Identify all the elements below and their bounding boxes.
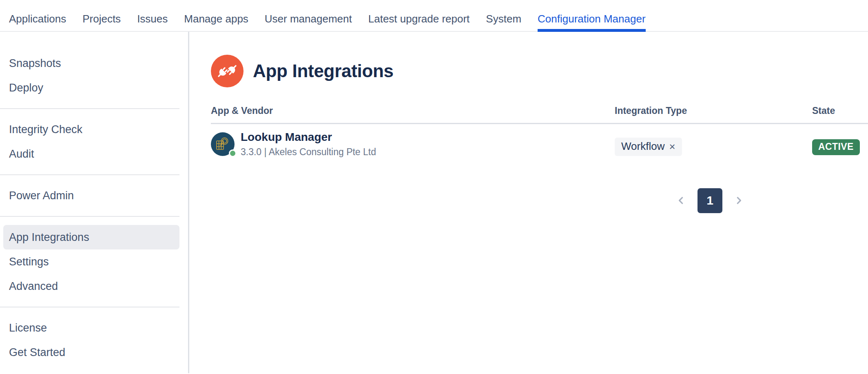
nav-item-applications[interactable]: Applications [9, 7, 66, 31]
nav-item-latest-upgrade-report[interactable]: Latest upgrade report [368, 7, 470, 31]
app-vendor-cell: Lookup Manager 3.3.0 | Akeles Consulting… [211, 131, 615, 158]
page-title: App Integrations [253, 61, 394, 81]
lookup-manager-app-icon [211, 132, 235, 156]
pagination: 1 [673, 188, 747, 213]
nav-item-configuration-manager[interactable]: Configuration Manager [538, 7, 646, 31]
sidebar-item-advanced[interactable]: Advanced [3, 274, 179, 298]
plug-icon [211, 55, 244, 87]
sidebar-item-audit[interactable]: Audit [3, 142, 179, 166]
sidebar-item-snapshots[interactable]: Snapshots [3, 51, 179, 76]
sidebar-divider [0, 307, 179, 307]
chevron-left-icon [676, 195, 686, 206]
column-header-integration-type: Integration Type [615, 105, 812, 123]
sidebar: Snapshots Deploy Integrity Check Audit P… [0, 32, 189, 373]
sidebar-item-deploy[interactable]: Deploy [3, 76, 179, 100]
remove-tag-icon[interactable]: × [669, 141, 675, 152]
nav-item-issues[interactable]: Issues [137, 7, 168, 31]
sidebar-item-get-started[interactable]: Get Started [3, 340, 179, 365]
app-name: Lookup Manager [241, 131, 376, 144]
app-text: Lookup Manager 3.3.0 | Akeles Consulting… [241, 131, 376, 158]
state-cell: ACTIVE [812, 131, 868, 155]
sidebar-item-settings[interactable]: Settings [3, 249, 179, 274]
online-status-dot [229, 149, 237, 157]
chevron-right-icon [733, 195, 744, 206]
nav-item-user-management[interactable]: User management [265, 7, 352, 31]
previous-page-button[interactable] [673, 192, 689, 209]
current-page-button[interactable]: 1 [698, 188, 722, 213]
sidebar-item-integrity-check[interactable]: Integrity Check [3, 117, 179, 142]
top-navigation: Applications Projects Issues Manage apps… [0, 0, 868, 32]
sidebar-divider [0, 174, 179, 175]
next-page-button[interactable] [731, 192, 747, 209]
integration-tag-workflow[interactable]: Workflow × [615, 138, 682, 156]
tag-label: Workflow [621, 140, 664, 153]
table-header-row: App & Vendor Integration Type State [211, 105, 868, 124]
main-content: App Integrations App & Vendor Integratio… [189, 32, 868, 373]
sidebar-item-app-integrations[interactable]: App Integrations [3, 225, 179, 249]
app-version-vendor: 3.3.0 | Akeles Consulting Pte Ltd [241, 147, 376, 158]
sidebar-divider [0, 216, 179, 217]
sidebar-item-license[interactable]: License [3, 316, 179, 340]
column-header-state: State [812, 105, 868, 123]
integration-type-cell: Workflow × [615, 131, 812, 156]
sidebar-divider [0, 108, 179, 109]
configuration-manager-window: Applications Projects Issues Manage apps… [0, 0, 868, 374]
nav-item-system[interactable]: System [486, 7, 521, 31]
page-header: App Integrations [211, 55, 868, 87]
integrations-table: App & Vendor Integration Type State [211, 105, 868, 168]
nav-item-manage-apps[interactable]: Manage apps [184, 7, 248, 31]
table-row[interactable]: Lookup Manager 3.3.0 | Akeles Consulting… [211, 124, 868, 168]
sidebar-item-power-admin[interactable]: Power Admin [3, 183, 179, 208]
status-badge: ACTIVE [812, 139, 860, 155]
column-header-app-vendor: App & Vendor [211, 105, 615, 123]
nav-item-projects[interactable]: Projects [82, 7, 121, 31]
